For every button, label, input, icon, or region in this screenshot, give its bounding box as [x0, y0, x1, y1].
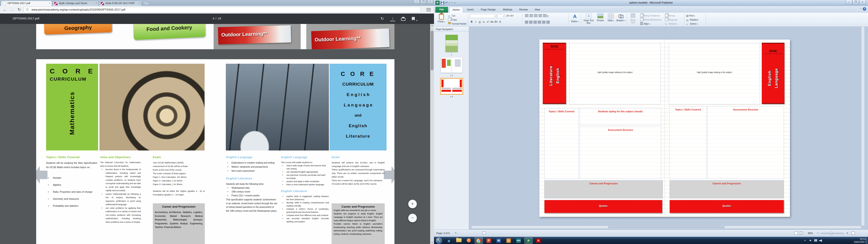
styles-button[interactable]: A Styles ▾ [569, 13, 580, 23]
download-icon[interactable]: ↓ [390, 16, 395, 21]
students-opting-box[interactable]: Students opting for this subject should: [580, 108, 661, 125]
font-format-buttons[interactable]: BIUx₂x²AaAVA [470, 20, 502, 24]
close-tab-icon[interactable]: × [138, 2, 140, 4]
quotes-box-right[interactable]: Quotes [670, 200, 784, 213]
tab-page-design[interactable]: Page Design [478, 7, 499, 13]
show-desktop-button[interactable] [866, 237, 868, 244]
group-button[interactable]: Group [665, 14, 675, 18]
ungroup-button[interactable]: Ungroup [665, 18, 677, 22]
taskbar-sims[interactable]: SIMS [515, 238, 523, 244]
close-button[interactable]: × [427, 0, 433, 3]
tab-insert[interactable]: Insert [464, 7, 476, 13]
help-icon[interactable]: ? [863, 7, 866, 11]
font-name-combobox[interactable]: ▾ [470, 14, 496, 18]
thumbnail-image[interactable] [441, 57, 463, 73]
zoom-slider-thumb[interactable] [831, 232, 833, 235]
taskbar-adobe[interactable]: A [534, 238, 542, 244]
taskbar-explorer[interactable] [455, 238, 463, 244]
url-bar[interactable]: ⓘ www.penriceacademy.org/wp-content/uplo… [24, 7, 421, 13]
two-page-view-icon[interactable] [799, 232, 803, 235]
assessment-structure-box-left[interactable]: Assessment Structure [580, 126, 661, 179]
page-thumbnail-1[interactable]: 1 [434, 35, 469, 56]
rotate-icon[interactable]: ↻ [379, 16, 385, 22]
copy-button[interactable]: Copy [448, 18, 457, 22]
vertical-scrollbar[interactable] [861, 27, 864, 225]
reload-icon[interactable]: ↻ [16, 7, 22, 13]
pdf-scrollbar[interactable]: ▲ ▼ [430, 24, 434, 244]
quotes-box-left[interactable]: Quotes [544, 200, 662, 213]
scrollbar-thumb[interactable] [608, 226, 725, 228]
thumbnail-image[interactable] [445, 35, 458, 52]
minimize-button[interactable]: – [846, 0, 852, 4]
ribbon-collapse-icon[interactable]: ⌃ [860, 8, 862, 10]
thumbnail-image[interactable] [441, 79, 463, 94]
taskbar-clock[interactable]: 10:14 23/01/2017 [854, 238, 866, 244]
grow-shrink-font-buttons[interactable]: A˄ A˅ [506, 14, 514, 18]
rotate-button[interactable]: ↻Rotate ▾ [665, 22, 677, 26]
tab-review[interactable]: Review [517, 7, 530, 13]
action-center-flag-icon[interactable]: ⚑ [809, 239, 811, 242]
minimize-button[interactable]: – [414, 0, 420, 3]
wrap-text-button[interactable]: Wrap Text [628, 13, 638, 24]
taskbar-ie[interactable]: e [445, 238, 453, 244]
align-buttons[interactable] [524, 20, 550, 24]
tab-mailings[interactable]: Mailings [500, 7, 515, 13]
hidden-icons-arrow[interactable]: ▲ [804, 239, 806, 241]
shapes-button[interactable]: Shapes ▾ [616, 13, 626, 22]
image-placeholder-right[interactable]: High Quality Image relating to the subje… [669, 43, 760, 104]
gcse-literature-box[interactable]: GCSE Literature English [543, 43, 566, 104]
print-icon[interactable] [401, 18, 405, 21]
format-painter-button[interactable]: Format Painter [448, 22, 467, 26]
cut-button[interactable]: ✂Cut [448, 14, 455, 18]
taskbar-outlook[interactable]: O [504, 238, 513, 244]
assessment-structure-box-right[interactable]: Assessment Structure [708, 106, 784, 179]
close-button[interactable]: × [859, 0, 866, 4]
horizontal-scrollbar[interactable] [471, 226, 861, 228]
page-info-icon[interactable]: ⓘ [26, 7, 29, 12]
find-button[interactable]: Find ▾ [686, 14, 695, 18]
start-button[interactable] [436, 238, 442, 244]
topics-skills-box-left[interactable]: Topics / Skills Covered [544, 108, 579, 179]
page-count-status[interactable]: Page: 4 of 5 [436, 232, 450, 235]
page-thumbnail-4-5[interactable]: 4 5 [434, 79, 469, 98]
align-button[interactable]: Align ▾ [640, 22, 650, 26]
page-thumbnail-2-3[interactable]: 2 3 [434, 57, 469, 77]
topics-skills-box-right[interactable]: Topics / Skills Covered [670, 106, 706, 179]
table-button[interactable]: Table ▾ [606, 13, 616, 22]
taskbar-word[interactable]: W [495, 238, 503, 244]
font-size-combobox[interactable]: ▾ [497, 14, 505, 18]
fit-page-icon[interactable] [851, 232, 855, 235]
taskbar-publisher[interactable]: P [524, 238, 532, 244]
scroll-up-icon[interactable]: ▲ [430, 24, 434, 26]
network-icon[interactable] [814, 239, 817, 242]
bring-forward-button[interactable]: Bring Forward ▾ [640, 14, 659, 18]
tab-home[interactable]: Home [450, 7, 463, 13]
new-tab-button[interactable] [143, 1, 150, 5]
image-placeholder-left[interactable]: High Quality Image relating to the subje… [569, 43, 660, 104]
paste-button[interactable]: Paste ▾ [436, 13, 447, 23]
taskbar-chrome[interactable] [475, 238, 483, 244]
pdf-zoom-in-button[interactable]: + [408, 200, 417, 208]
close-tab-icon[interactable]: × [96, 2, 97, 4]
back-icon[interactable]: ← [2, 7, 8, 13]
restore-button[interactable]: ❐ [852, 0, 859, 4]
taskbar-media-app[interactable] [465, 238, 473, 244]
forward-icon[interactable]: → [9, 7, 15, 13]
pdf-page-indicator[interactable]: 4 / 16 [0, 17, 434, 20]
send-backward-button[interactable]: Send Backward ▾ [640, 18, 661, 22]
zoom-slider[interactable] [821, 233, 844, 234]
select-button[interactable]: ⇖Select ▾ [686, 22, 698, 26]
list-buttons[interactable]: ¶ [524, 14, 548, 18]
pdf-zoom-out-button[interactable]: − [408, 214, 417, 222]
close-tab-icon[interactable]: × [49, 2, 51, 4]
zoom-percent[interactable]: 99% [808, 232, 813, 235]
zoom-out-icon[interactable]: − [817, 231, 819, 235]
gcse-language-box[interactable]: GCSE English Language [762, 43, 784, 104]
taskbar-powerpoint[interactable]: P [485, 238, 493, 244]
volume-icon[interactable] [819, 239, 822, 242]
tab-options-pdf[interactable]: OPTIONS-2017.pdf × [1, 1, 52, 6]
draw-text-box-button[interactable]: ADraw Text Box [582, 13, 595, 24]
tab-view[interactable]: View [532, 7, 543, 13]
restore-button[interactable]: ❐ [421, 0, 426, 3]
zoom-in-icon[interactable]: + [846, 231, 848, 235]
